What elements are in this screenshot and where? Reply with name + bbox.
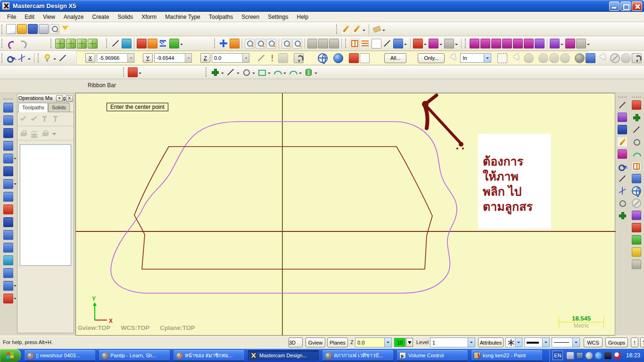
in-combobox-arrow[interactable] bbox=[484, 54, 491, 62]
analyze-angle-icon[interactable] bbox=[148, 39, 157, 49]
line-width-combo-arrow[interactable] bbox=[542, 338, 549, 347]
toolbar-grip[interactable] bbox=[1, 53, 4, 63]
solids-manager-dropdown-arrow[interactable] bbox=[14, 285, 17, 288]
xform-rotate-icon[interactable] bbox=[502, 39, 512, 49]
solids-array-icon[interactable] bbox=[3, 243, 13, 253]
measure-icon[interactable] bbox=[632, 260, 641, 269]
redo-icon[interactable] bbox=[17, 39, 27, 49]
tray-volume-icon[interactable] bbox=[586, 352, 593, 359]
note-text-icon[interactable] bbox=[618, 100, 627, 110]
create-line-icon[interactable] bbox=[226, 67, 236, 77]
menu-view[interactable]: View bbox=[39, 13, 59, 21]
remove-operations-icon[interactable] bbox=[51, 115, 60, 123]
delete-duplicates-icon[interactable] bbox=[352, 24, 362, 34]
selection-cursor-icon[interactable] bbox=[450, 53, 460, 63]
3d-button[interactable]: 3D bbox=[289, 337, 303, 347]
trim-key-icon[interactable] bbox=[618, 162, 627, 171]
stamp-dropdown-arrow[interactable] bbox=[424, 44, 427, 47]
utilities-icon[interactable] bbox=[444, 39, 454, 49]
tray-messenger-icon[interactable] bbox=[614, 352, 621, 359]
menu-file[interactable]: File bbox=[3, 13, 20, 21]
translucent-view-icon[interactable] bbox=[88, 39, 98, 49]
tray-mastercam-icon[interactable] bbox=[567, 352, 574, 359]
dynamic-rotate-icon[interactable] bbox=[307, 39, 317, 49]
help-status-button[interactable]: ? bbox=[640, 337, 644, 347]
planes-manager-icon[interactable] bbox=[393, 39, 403, 49]
start-button[interactable] bbox=[0, 349, 21, 362]
task-member-page[interactable]: หน้าของ สมาชิกหม... bbox=[173, 350, 244, 361]
repaint-icon[interactable] bbox=[230, 39, 239, 49]
blank-entity-icon[interactable] bbox=[382, 39, 392, 49]
outer-contour-curve[interactable] bbox=[111, 122, 457, 293]
y-coordinate-label[interactable]: Y bbox=[143, 53, 153, 63]
panel-menu-dropdown[interactable] bbox=[56, 95, 63, 101]
toolbar-grip[interactable] bbox=[336, 25, 339, 34]
selection-option-4-icon[interactable] bbox=[560, 53, 570, 63]
general-selection-cursor-icon[interactable] bbox=[513, 53, 523, 63]
file-filter-icon[interactable] bbox=[60, 24, 70, 34]
menu-screen[interactable]: Screen bbox=[237, 13, 264, 21]
planes-dropdown-arrow[interactable] bbox=[404, 44, 407, 47]
selection-grid-icon[interactable] bbox=[361, 39, 371, 49]
delete-entities-icon[interactable] bbox=[341, 24, 351, 34]
nesting-icon[interactable] bbox=[565, 39, 575, 49]
operations-manager-header[interactable]: Operations Ma g X bbox=[17, 94, 74, 102]
fit-entities-icon[interactable] bbox=[618, 125, 627, 134]
create-circle-dropdown-arrow[interactable] bbox=[252, 73, 255, 75]
clipboard-icon[interactable] bbox=[278, 53, 288, 63]
analyze-entity-icon[interactable] bbox=[111, 39, 121, 49]
select-only-button[interactable]: Only... bbox=[418, 53, 445, 63]
toolbar-grip[interactable] bbox=[465, 39, 468, 48]
combine-views-icon[interactable] bbox=[429, 39, 438, 49]
delete-entity-icon[interactable] bbox=[618, 137, 627, 147]
hidden-wireframe-icon[interactable] bbox=[66, 39, 76, 49]
select-all-button[interactable]: All... bbox=[384, 53, 406, 63]
xform-translate-3d-icon[interactable] bbox=[480, 39, 490, 49]
solids-stamp-icon[interactable] bbox=[3, 255, 13, 265]
tab-solids[interactable]: Solids bbox=[48, 103, 70, 112]
create-plus-icon[interactable] bbox=[618, 211, 627, 220]
close-button[interactable] bbox=[632, 1, 642, 11]
tray-internet-icon[interactable] bbox=[595, 352, 602, 359]
panel-close-icon[interactable]: X bbox=[66, 95, 73, 101]
inner-contour-polygon[interactable] bbox=[134, 147, 432, 269]
attributes-purple-icon[interactable] bbox=[632, 211, 641, 220]
print-icon[interactable] bbox=[39, 24, 49, 34]
shading-sphere-icon[interactable] bbox=[333, 53, 343, 63]
solids-fillet-icon[interactable] bbox=[3, 154, 13, 164]
line-endpoints-icon[interactable] bbox=[618, 174, 627, 183]
fit-screen-icon[interactable] bbox=[219, 39, 229, 49]
solids-thicken-icon[interactable] bbox=[3, 217, 13, 227]
create-rectangle-dropdown-arrow[interactable] bbox=[268, 73, 271, 75]
zoom-target-icon[interactable] bbox=[256, 39, 265, 49]
disable-icon[interactable] bbox=[632, 198, 641, 208]
create-solid-cylinder-icon[interactable] bbox=[304, 67, 314, 77]
section-view-icon[interactable] bbox=[372, 39, 381, 49]
roll-entities-icon[interactable] bbox=[618, 113, 627, 122]
groups-button[interactable]: Groups bbox=[605, 337, 628, 347]
last-operation-icon[interactable] bbox=[586, 53, 595, 63]
analyze-sum-icon[interactable] bbox=[158, 39, 168, 49]
stamp-icon[interactable] bbox=[413, 39, 423, 49]
line-style-combo-arrow[interactable] bbox=[572, 338, 579, 347]
solids-fillet-dropdown-arrow[interactable] bbox=[14, 158, 17, 161]
create-spline-dropdown-arrow[interactable] bbox=[299, 73, 302, 75]
zoom-window-icon[interactable] bbox=[245, 39, 255, 49]
grid-settings-icon[interactable] bbox=[350, 39, 360, 49]
circle-center-icon[interactable] bbox=[618, 198, 627, 208]
graphics-view-dropdown-arrow[interactable] bbox=[139, 73, 141, 75]
level-layers-icon[interactable] bbox=[632, 247, 641, 257]
point-style-dropdown-arrow[interactable] bbox=[28, 58, 31, 61]
combine-dropdown-arrow[interactable] bbox=[439, 44, 442, 47]
solids-find-features-icon[interactable] bbox=[3, 268, 13, 278]
dynamic-pan-icon[interactable] bbox=[318, 39, 328, 49]
roll-dropdown-arrow[interactable] bbox=[561, 44, 563, 47]
color-dropdown[interactable] bbox=[406, 338, 413, 347]
create-circle-icon[interactable] bbox=[241, 67, 251, 77]
selection-option-2-icon[interactable] bbox=[538, 53, 548, 63]
zoom-out-icon[interactable] bbox=[292, 39, 302, 49]
solids-extrude-icon[interactable] bbox=[3, 103, 13, 113]
trim-break-icon[interactable] bbox=[632, 100, 641, 110]
visibility-dropdown-arrow[interactable] bbox=[53, 58, 56, 61]
ribbon-help-icon[interactable] bbox=[294, 53, 304, 63]
